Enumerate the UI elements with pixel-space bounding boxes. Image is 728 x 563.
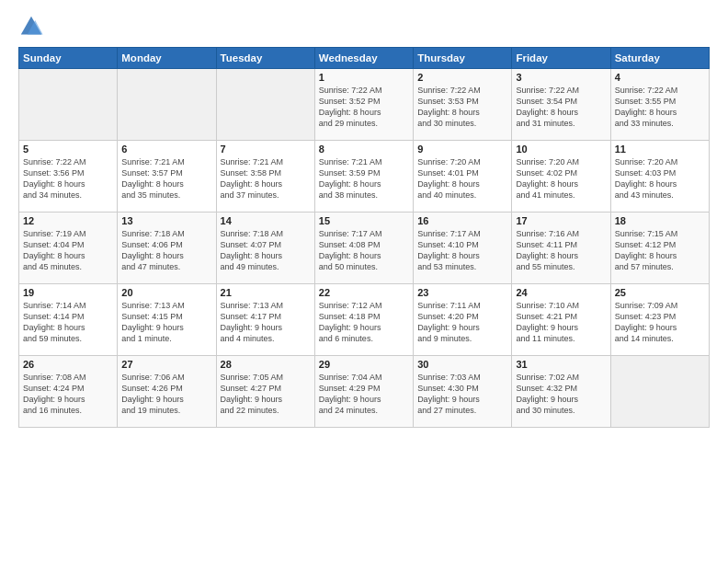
week-row-2: 5Sunrise: 7:22 AM Sunset: 3:56 PM Daylig… [19, 141, 710, 213]
calendar-cell: 6Sunrise: 7:21 AM Sunset: 3:57 PM Daylig… [118, 141, 216, 213]
day-info: Sunrise: 7:09 AM Sunset: 4:23 PM Dayligh… [615, 300, 705, 345]
day-number: 23 [417, 287, 507, 298]
week-row-4: 19Sunrise: 7:14 AM Sunset: 4:14 PM Dayli… [19, 284, 710, 356]
calendar-cell [19, 69, 118, 141]
calendar-cell: 2Sunrise: 7:22 AM Sunset: 3:53 PM Daylig… [414, 69, 512, 141]
day-number: 8 [319, 144, 409, 155]
day-info: Sunrise: 7:22 AM Sunset: 3:55 PM Dayligh… [615, 85, 705, 130]
day-number: 9 [417, 144, 507, 155]
calendar-cell: 26Sunrise: 7:08 AM Sunset: 4:24 PM Dayli… [19, 356, 118, 428]
day-info: Sunrise: 7:18 AM Sunset: 4:07 PM Dayligh… [221, 228, 311, 273]
day-number: 17 [516, 215, 606, 226]
calendar-cell: 10Sunrise: 7:20 AM Sunset: 4:02 PM Dayli… [512, 141, 610, 213]
day-number: 27 [121, 359, 211, 370]
calendar-cell: 27Sunrise: 7:06 AM Sunset: 4:26 PM Dayli… [118, 356, 216, 428]
day-number: 16 [417, 215, 507, 226]
week-row-3: 12Sunrise: 7:19 AM Sunset: 4:04 PM Dayli… [19, 213, 710, 284]
calendar-cell: 7Sunrise: 7:21 AM Sunset: 3:58 PM Daylig… [216, 141, 314, 213]
day-info: Sunrise: 7:11 AM Sunset: 4:20 PM Dayligh… [417, 300, 507, 345]
day-header-sunday: Sunday [19, 48, 118, 69]
calendar-cell: 9Sunrise: 7:20 AM Sunset: 4:01 PM Daylig… [414, 141, 512, 213]
day-number: 13 [121, 215, 211, 226]
day-number: 10 [516, 144, 606, 155]
calendar-cell: 19Sunrise: 7:14 AM Sunset: 4:14 PM Dayli… [19, 284, 118, 356]
day-number: 2 [417, 72, 507, 83]
calendar-cell: 12Sunrise: 7:19 AM Sunset: 4:04 PM Dayli… [19, 213, 118, 284]
day-number: 6 [121, 144, 211, 155]
day-info: Sunrise: 7:13 AM Sunset: 4:15 PM Dayligh… [121, 300, 211, 345]
day-number: 7 [221, 144, 311, 155]
day-info: Sunrise: 7:14 AM Sunset: 4:14 PM Dayligh… [23, 300, 113, 345]
logo-icon [18, 14, 44, 40]
calendar-cell: 5Sunrise: 7:22 AM Sunset: 3:56 PM Daylig… [19, 141, 118, 213]
day-info: Sunrise: 7:03 AM Sunset: 4:30 PM Dayligh… [417, 372, 507, 417]
day-info: Sunrise: 7:20 AM Sunset: 4:03 PM Dayligh… [615, 156, 705, 201]
calendar-cell: 29Sunrise: 7:04 AM Sunset: 4:29 PM Dayli… [314, 356, 413, 428]
day-info: Sunrise: 7:22 AM Sunset: 3:54 PM Dayligh… [516, 85, 606, 130]
day-info: Sunrise: 7:20 AM Sunset: 4:02 PM Dayligh… [516, 156, 606, 201]
day-number: 11 [615, 144, 705, 155]
week-row-1: 1Sunrise: 7:22 AM Sunset: 3:52 PM Daylig… [19, 69, 710, 141]
day-number: 28 [221, 359, 311, 370]
calendar-cell: 1Sunrise: 7:22 AM Sunset: 3:52 PM Daylig… [314, 69, 413, 141]
calendar-cell: 23Sunrise: 7:11 AM Sunset: 4:20 PM Dayli… [414, 284, 512, 356]
day-number: 29 [319, 359, 409, 370]
day-info: Sunrise: 7:21 AM Sunset: 3:57 PM Dayligh… [121, 156, 211, 201]
day-number: 3 [516, 72, 606, 83]
calendar-cell [610, 356, 709, 428]
day-info: Sunrise: 7:16 AM Sunset: 4:11 PM Dayligh… [516, 228, 606, 273]
day-number: 25 [615, 287, 705, 298]
day-info: Sunrise: 7:20 AM Sunset: 4:01 PM Dayligh… [417, 156, 507, 201]
day-info: Sunrise: 7:22 AM Sunset: 3:53 PM Dayligh… [417, 85, 507, 130]
day-number: 31 [516, 359, 606, 370]
day-info: Sunrise: 7:13 AM Sunset: 4:17 PM Dayligh… [221, 300, 311, 345]
day-number: 20 [121, 287, 211, 298]
calendar-cell [118, 69, 216, 141]
day-header-monday: Monday [118, 48, 216, 69]
page-container: SundayMondayTuesdayWednesdayThursdayFrid… [0, 0, 728, 437]
calendar-cell: 25Sunrise: 7:09 AM Sunset: 4:23 PM Dayli… [610, 284, 709, 356]
calendar-cell [216, 69, 314, 141]
calendar-cell: 20Sunrise: 7:13 AM Sunset: 4:15 PM Dayli… [118, 284, 216, 356]
day-info: Sunrise: 7:22 AM Sunset: 3:56 PM Dayligh… [23, 156, 113, 201]
day-number: 26 [23, 359, 113, 370]
day-header-tuesday: Tuesday [216, 48, 314, 69]
day-number: 15 [319, 215, 409, 226]
calendar-cell: 16Sunrise: 7:17 AM Sunset: 4:10 PM Dayli… [414, 213, 512, 284]
day-info: Sunrise: 7:10 AM Sunset: 4:21 PM Dayligh… [516, 300, 606, 345]
day-number: 21 [221, 287, 311, 298]
day-info: Sunrise: 7:21 AM Sunset: 3:59 PM Dayligh… [319, 156, 409, 201]
calendar-cell: 8Sunrise: 7:21 AM Sunset: 3:59 PM Daylig… [314, 141, 413, 213]
day-header-wednesday: Wednesday [314, 48, 413, 69]
day-number: 18 [615, 215, 705, 226]
day-info: Sunrise: 7:17 AM Sunset: 4:10 PM Dayligh… [417, 228, 507, 273]
logo [18, 14, 48, 40]
day-number: 30 [417, 359, 507, 370]
day-header-friday: Friday [512, 48, 610, 69]
calendar-body: 1Sunrise: 7:22 AM Sunset: 3:52 PM Daylig… [19, 69, 710, 428]
day-info: Sunrise: 7:02 AM Sunset: 4:32 PM Dayligh… [516, 372, 606, 417]
day-info: Sunrise: 7:04 AM Sunset: 4:29 PM Dayligh… [319, 372, 409, 417]
calendar-cell: 30Sunrise: 7:03 AM Sunset: 4:30 PM Dayli… [414, 356, 512, 428]
day-info: Sunrise: 7:18 AM Sunset: 4:06 PM Dayligh… [121, 228, 211, 273]
calendar-cell: 4Sunrise: 7:22 AM Sunset: 3:55 PM Daylig… [610, 69, 709, 141]
day-info: Sunrise: 7:12 AM Sunset: 4:18 PM Dayligh… [319, 300, 409, 345]
day-info: Sunrise: 7:08 AM Sunset: 4:24 PM Dayligh… [23, 372, 113, 417]
calendar-table: SundayMondayTuesdayWednesdayThursdayFrid… [18, 47, 710, 428]
day-number: 14 [221, 215, 311, 226]
calendar-cell: 17Sunrise: 7:16 AM Sunset: 4:11 PM Dayli… [512, 213, 610, 284]
day-info: Sunrise: 7:21 AM Sunset: 3:58 PM Dayligh… [221, 156, 311, 201]
calendar-cell: 24Sunrise: 7:10 AM Sunset: 4:21 PM Dayli… [512, 284, 610, 356]
day-info: Sunrise: 7:06 AM Sunset: 4:26 PM Dayligh… [121, 372, 211, 417]
day-header-thursday: Thursday [414, 48, 512, 69]
day-info: Sunrise: 7:15 AM Sunset: 4:12 PM Dayligh… [615, 228, 705, 273]
header-row: SundayMondayTuesdayWednesdayThursdayFrid… [19, 48, 710, 69]
calendar-cell: 31Sunrise: 7:02 AM Sunset: 4:32 PM Dayli… [512, 356, 610, 428]
day-number: 1 [319, 72, 409, 83]
week-row-5: 26Sunrise: 7:08 AM Sunset: 4:24 PM Dayli… [19, 356, 710, 428]
day-number: 22 [319, 287, 409, 298]
calendar-cell: 18Sunrise: 7:15 AM Sunset: 4:12 PM Dayli… [610, 213, 709, 284]
calendar-cell: 22Sunrise: 7:12 AM Sunset: 4:18 PM Dayli… [314, 284, 413, 356]
day-number: 12 [23, 215, 113, 226]
calendar-cell: 11Sunrise: 7:20 AM Sunset: 4:03 PM Dayli… [610, 141, 709, 213]
